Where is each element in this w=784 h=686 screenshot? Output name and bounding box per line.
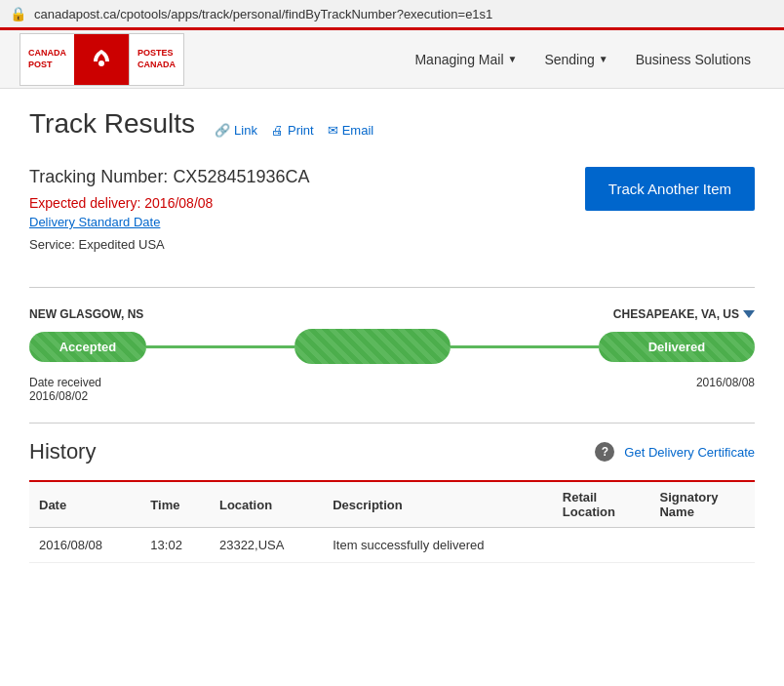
destination-container: CHESAPEAKE, VA, US xyxy=(613,307,755,321)
svg-point-1 xyxy=(98,61,104,66)
svg-point-0 xyxy=(86,44,117,75)
locations-row: NEW GLASGOW, NS CHESAPEAKE, VA, US xyxy=(29,307,755,321)
expected-delivery: Expected delivery: 2016/08/08 xyxy=(29,195,585,211)
accepted-step: Accepted xyxy=(29,332,146,362)
history-section: History ? Get Delivery Certificate Date … xyxy=(29,423,755,563)
address-bar: 🔒 canadapost.ca/cpotools/apps/track/pers… xyxy=(0,0,784,30)
link-button[interactable]: 🔗 Link xyxy=(215,123,257,138)
track-another-container: Track Another Item xyxy=(585,167,755,211)
url-text: canadapost.ca/cpotools/apps/track/person… xyxy=(34,7,492,21)
tracking-number: Tracking Number: CX528451936CA xyxy=(29,167,585,187)
connector-line-1 xyxy=(146,345,294,348)
chevron-down-icon xyxy=(743,310,755,318)
history-rows: 2016/08/0813:0223322,USAItem successfull… xyxy=(29,528,755,563)
history-table: Date Time Location Description RetailLoc… xyxy=(29,480,755,563)
info-block: Tracking Number: CX528451936CA Expected … xyxy=(29,167,585,267)
history-actions: ? Get Delivery Certificate xyxy=(595,442,755,462)
nav-sending[interactable]: Sending ▼ xyxy=(530,44,621,75)
table-row: 2016/08/0813:0223322,USAItem successfull… xyxy=(29,528,755,563)
connector-line-2 xyxy=(451,345,599,348)
cell-retail xyxy=(553,528,650,563)
cell-location: 23322,USA xyxy=(210,528,323,563)
page-title: Track Results xyxy=(29,108,195,140)
help-icon[interactable]: ? xyxy=(595,442,614,462)
lock-icon: 🔒 xyxy=(10,6,26,21)
title-row: Track Results 🔗 Link 🖨 Print ✉ Email xyxy=(29,108,755,151)
chevron-down-icon: ▼ xyxy=(508,54,518,64)
title-actions: 🔗 Link 🖨 Print ✉ Email xyxy=(215,123,373,138)
history-title: History xyxy=(29,439,96,464)
main-content: Track Results 🔗 Link 🖨 Print ✉ Email Tra… xyxy=(0,89,784,583)
col-date: Date xyxy=(29,481,140,528)
progress-section: NEW GLASGOW, NS CHESAPEAKE, VA, US Accep… xyxy=(29,287,755,403)
col-time: Time xyxy=(140,481,210,528)
logo-text-right: POSTES CANADA xyxy=(129,34,183,85)
progress-bar: Accepted Delivered xyxy=(29,329,755,364)
chevron-down-icon: ▼ xyxy=(599,54,608,64)
destination-label: CHESAPEAKE, VA, US xyxy=(613,307,739,321)
col-signatory: SignatoryName xyxy=(649,481,755,528)
logo-eagle-icon xyxy=(84,42,119,77)
nav-bar: CANADA POST POSTES CANADA Managing Mail … xyxy=(0,30,784,89)
dates-row: Date received 2016/08/02 2016/08/08 xyxy=(29,376,755,403)
col-retail: RetailLocation xyxy=(553,481,650,528)
cell-date: 2016/08/08 xyxy=(29,528,140,563)
cell-description: Item successfully delivered xyxy=(323,528,553,563)
print-button[interactable]: 🖨 Print xyxy=(271,123,314,138)
link-icon: 🔗 xyxy=(215,123,230,138)
delivery-certificate-link[interactable]: Get Delivery Certificate xyxy=(624,445,755,460)
email-button[interactable]: ✉ Email xyxy=(328,123,374,138)
nav-links: Managing Mail ▼ Sending ▼ Business Solut… xyxy=(401,44,764,75)
date-received-block: Date received 2016/08/02 xyxy=(29,376,101,403)
middle-step xyxy=(294,329,451,364)
logo-text-left: CANADA POST xyxy=(20,34,74,85)
track-another-button[interactable]: Track Another Item xyxy=(585,167,755,211)
nav-business-solutions[interactable]: Business Solutions xyxy=(622,44,764,75)
email-icon: ✉ xyxy=(328,123,338,138)
col-description: Description xyxy=(323,481,553,528)
cell-time: 13:02 xyxy=(140,528,210,563)
service-info: Service: Expedited USA xyxy=(29,237,585,252)
cell-signatory xyxy=(649,528,755,563)
delivered-date-block: 2016/08/08 xyxy=(696,376,755,403)
nav-managing-mail[interactable]: Managing Mail ▼ xyxy=(401,44,530,75)
col-location: Location xyxy=(210,481,323,528)
delivered-step: Delivered xyxy=(599,332,755,362)
delivery-standard-link[interactable]: Delivery Standard Date xyxy=(29,215,585,229)
info-track-row: Tracking Number: CX528451936CA Expected … xyxy=(29,167,755,267)
origin-label: NEW GLASGOW, NS xyxy=(29,307,143,321)
print-icon: 🖨 xyxy=(271,123,284,138)
history-header: History ? Get Delivery Certificate xyxy=(29,439,755,464)
logo[interactable]: CANADA POST POSTES CANADA xyxy=(20,33,184,86)
table-header: Date Time Location Description RetailLoc… xyxy=(29,481,755,528)
